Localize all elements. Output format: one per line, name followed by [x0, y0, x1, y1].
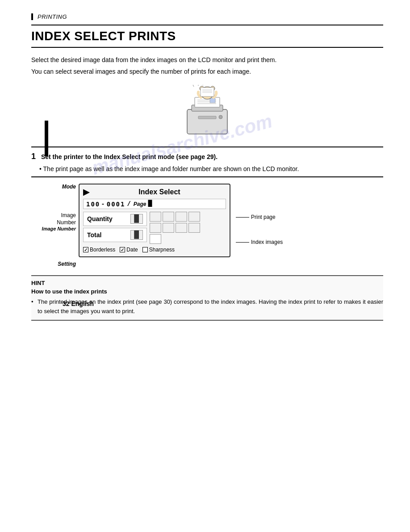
- date-label: Date: [126, 247, 138, 253]
- svg-point-18: [219, 115, 222, 119]
- lcd-qty-total-col: Quantity █ Total █: [83, 212, 147, 244]
- mode-label: Mode: [62, 184, 76, 190]
- setting-label: Setting: [58, 261, 76, 267]
- svg-rect-6: [210, 98, 215, 103]
- sharpness-checkbox: [142, 247, 148, 252]
- index-cell-1-1: [150, 212, 161, 222]
- page-number: 32: [63, 300, 70, 307]
- lcd-image-seg1: 100: [86, 201, 100, 208]
- lcd-mode-row: ▶ Index Select: [83, 187, 226, 197]
- section-label: PRINTING: [38, 13, 67, 20]
- print-page-right-label: Print page: [236, 214, 283, 220]
- hint-title: HINT: [31, 280, 383, 286]
- footer-language-text: English: [71, 300, 94, 307]
- svg-rect-17: [198, 116, 216, 119]
- lcd-box: ▶ Index Select 100 - 0001 / Page █ Quant…: [79, 184, 230, 257]
- step-section: 1 Set the printer to the Index Select pr…: [31, 147, 383, 177]
- index-images-line: [236, 242, 249, 243]
- index-grid-col: [150, 212, 226, 244]
- print-page-label: Print page: [251, 214, 276, 220]
- borderless-checkbox-item: Borderless: [83, 247, 115, 253]
- index-cell-2-2: [163, 223, 174, 233]
- lcd-dash1: -: [101, 201, 105, 208]
- lcd-image-seg2: 0001: [107, 201, 126, 208]
- step-header: 1 Set the printer to the Index Select pr…: [31, 152, 383, 161]
- printer-illustration: [176, 85, 238, 138]
- index-cell-2-4: [188, 223, 200, 233]
- right-labels: Print page Index images: [236, 214, 283, 245]
- index-cell-3-1: [150, 234, 161, 244]
- lcd-qty-total-index: Quantity █ Total █: [83, 212, 226, 244]
- index-grid-row-2: [150, 223, 226, 233]
- diagram-wrapper: Mode ImageNumber Image Number Setting ▶ …: [36, 184, 383, 267]
- lcd-qty-row: Quantity █: [83, 212, 147, 226]
- image-number-main-label: ImageNumber: [57, 212, 76, 226]
- title-section: INDEX SELECT PRINTS: [31, 25, 383, 48]
- footer-section: 32 English: [63, 300, 94, 307]
- date-checkbox-item: Date: [120, 247, 138, 253]
- borderless-label: Borderless: [90, 247, 115, 253]
- index-cell-1-3: [176, 212, 187, 222]
- header-section: PRINTING: [31, 13, 383, 20]
- mode-arrow: ▶: [83, 187, 89, 197]
- lcd-total-value: █: [130, 230, 143, 240]
- step-instruction: Set the printer to the Index Select prin…: [41, 153, 218, 160]
- lcd-total-label: Total: [87, 231, 130, 239]
- hint-subtitle: How to use the index prints: [31, 288, 383, 295]
- index-images-right-label: Index images: [236, 239, 283, 245]
- index-cell-2-3: [176, 223, 187, 233]
- image-number-label-group: ImageNumber Image Number: [42, 212, 76, 231]
- step-bullet: The print page as well as the index imag…: [31, 164, 383, 174]
- date-checkbox: [120, 247, 125, 252]
- index-cell-2-1: [150, 223, 161, 233]
- lcd-setting-row: Borderless Date Sharpness: [83, 246, 226, 254]
- lcd-slash: /: [127, 201, 131, 208]
- intro-line2: You can select several images and specif…: [31, 67, 383, 76]
- index-cell-1-4: [188, 212, 200, 222]
- svg-line-21: [203, 85, 204, 85]
- svg-rect-0: [187, 109, 227, 134]
- illustration-container: [31, 85, 383, 138]
- index-images-label: Index images: [251, 239, 283, 245]
- lcd-page-value: █: [148, 200, 153, 208]
- sharpness-checkbox-item: Sharpness: [142, 247, 175, 253]
- print-page-line: [236, 217, 249, 218]
- lcd-quantity-value: █: [130, 214, 143, 224]
- lcd-image-row: 100 - 0001 / Page █: [83, 199, 226, 209]
- page-title: INDEX SELECT PRINTS: [31, 29, 176, 43]
- svg-rect-13: [201, 88, 214, 96]
- index-grid-row-3: [150, 234, 226, 244]
- left-bar-decoration: [45, 121, 48, 156]
- step-number: 1: [31, 152, 36, 161]
- lcd-total-row: Total █: [83, 228, 147, 242]
- lcd-mode-title: Index Select: [93, 188, 226, 196]
- intro-line1: Select the desired image data from the i…: [31, 55, 383, 65]
- lcd-page-label: Page: [134, 201, 146, 207]
- borderless-checkbox: [83, 247, 88, 252]
- index-grid-row-1: [150, 212, 226, 222]
- lcd-quantity-label: Quantity: [87, 215, 130, 222]
- index-cell-1-2: [163, 212, 174, 222]
- left-labels: Mode ImageNumber Image Number Setting: [36, 184, 76, 267]
- svg-line-19: [193, 85, 194, 87]
- sharpness-label: Sharpness: [149, 247, 175, 253]
- image-number-sub-label: Image Number: [42, 226, 76, 231]
- hint-section: HINT How to use the index prints The pri…: [31, 275, 383, 321]
